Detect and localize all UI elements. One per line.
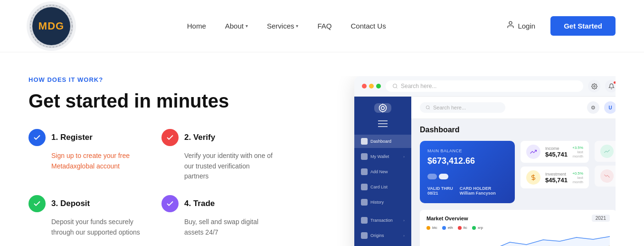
dash-header-icons: ⚙ U — [587, 101, 616, 114]
nav-about[interactable]: About ▾ — [218, 18, 256, 34]
notification-badge — [613, 81, 616, 84]
main-nav: Home About ▾ Services ▾ FAQ Contact Us — [180, 18, 394, 34]
services-chevron-icon: ▾ — [296, 23, 298, 29]
dashboard-mockup: Search here... — [294, 76, 616, 246]
step-verify-header: 2. Verify — [161, 129, 275, 146]
origins-icon — [361, 232, 368, 239]
step-verify-desc: Verify your identity with one of our tru… — [161, 151, 275, 182]
step-register-header: 1. Register — [28, 129, 142, 146]
dash-user-icon[interactable]: U — [604, 101, 616, 114]
get-started-button[interactable]: Get Started — [550, 16, 616, 36]
sidebar-item-cardlist[interactable]: Card List — [354, 180, 411, 194]
step-register: 1. Register Sign up to create your free … — [28, 129, 142, 182]
dash-search-bar[interactable]: Search here... — [420, 102, 505, 113]
step-trade-desc: Buy, sell and swap digital assets 24/7 — [161, 217, 275, 237]
step-deposit-header: 3. Deposit — [28, 195, 142, 212]
browser-topbar: Search here... — [354, 76, 616, 97]
history-icon — [361, 199, 368, 206]
sidebar-item-addnew[interactable]: Add New — [354, 165, 411, 178]
step-trade-header: 4. Trade — [161, 195, 275, 212]
nav-faq[interactable]: FAQ — [310, 18, 339, 34]
sidebar-logo — [374, 103, 391, 113]
svg-point-1 — [509, 21, 512, 24]
sidebar-item-history[interactable]: History — [354, 196, 411, 209]
step-deposit: 3. Deposit Deposit your funds securely t… — [28, 195, 142, 237]
stat-extra-2: Exp $32 — [595, 166, 616, 187]
ltc-dot — [458, 226, 462, 230]
market-title: Market Overview — [426, 216, 468, 221]
sidebar-logo-icon — [378, 103, 388, 113]
logo-area: MDG — [28, 3, 74, 49]
sidebar-item-origins[interactable]: Origins › — [354, 229, 411, 242]
logo-text: MDG — [38, 20, 64, 32]
market-legend: btc eth ltc — [426, 226, 610, 230]
balance-card: Main Balance $673,412.66 VALID THRU — [420, 141, 515, 203]
step-verify-icon — [161, 129, 179, 146]
sidebar-item-transaction[interactable]: Transaction › — [354, 214, 411, 227]
investment-label: Investment — [545, 172, 568, 177]
extra-stat-cards: Exp $32 — [595, 141, 616, 203]
svg-line-3 — [396, 87, 397, 88]
dash-settings-icon[interactable]: ⚙ — [587, 101, 599, 114]
extra-icon-1 — [600, 145, 614, 158]
browser-dots — [362, 84, 381, 89]
header: MDG Home About ▾ Services ▾ FAQ Contact … — [0, 0, 644, 52]
wallet-icon — [361, 153, 368, 160]
balance-label: Main Balance — [427, 148, 507, 153]
settings-icon-btn[interactable] — [588, 80, 600, 92]
addnew-icon — [361, 168, 368, 175]
step-deposit-icon — [28, 195, 46, 212]
svg-point-5 — [381, 107, 385, 110]
how-label: HOW DOES IT WORK? — [28, 76, 275, 83]
nav-services[interactable]: Services ▾ — [259, 18, 306, 34]
hamburger-menu-icon[interactable] — [378, 120, 388, 129]
nav-home[interactable]: Home — [180, 18, 214, 34]
income-sub: last month — [572, 150, 583, 158]
browser-search-icon — [392, 83, 398, 89]
legend-xrp: xrp — [472, 226, 483, 230]
income-icon — [526, 145, 540, 159]
sidebar-item-wallet[interactable]: My Wallet › — [354, 150, 411, 163]
svg-point-4 — [593, 85, 595, 87]
extra-icon-2 — [600, 169, 614, 183]
dash-header: Search here... ⚙ U — [411, 97, 616, 119]
login-button[interactable]: Login — [499, 17, 543, 35]
market-section: Market Overview 2021 btc eth — [420, 210, 616, 246]
wallet-chevron-icon: › — [403, 155, 405, 159]
sidebar-item-dashboard[interactable]: Dashboard — [354, 135, 411, 148]
browser-dot-red — [362, 84, 367, 89]
market-chart — [426, 233, 610, 246]
legend-eth: eth — [442, 226, 453, 230]
cardlist-icon — [361, 184, 368, 190]
legend-ltc: ltc — [458, 226, 467, 230]
search-icon — [426, 105, 430, 110]
investment-info: Investment $45,741 — [545, 172, 568, 184]
step-register-title: 1. Register — [51, 133, 93, 142]
app-sidebar: Dashboard My Wallet › Add New Card List — [354, 97, 411, 246]
investment-icon — [526, 170, 540, 185]
investment-change: +0.5% — [572, 171, 583, 176]
step-register-desc: Sign up to create your free Metadaxgloba… — [28, 151, 142, 171]
user-icon — [506, 20, 515, 31]
dashboard-icon — [361, 138, 368, 145]
origins-chevron-icon: › — [403, 234, 405, 238]
dash-content: Dashboard Main Balance $673,412.66 — [411, 119, 616, 246]
transaction-chevron-icon: › — [403, 218, 405, 223]
step-deposit-title: 3. Deposit — [51, 199, 90, 208]
browser-search-bar: Search here... — [386, 80, 583, 92]
stat-extra-1: Exp $32 — [595, 141, 616, 162]
market-header: Market Overview 2021 — [426, 215, 610, 222]
valid-thru: VALID THRU 08/21 — [427, 186, 453, 196]
legend-btc: btc — [426, 226, 437, 230]
dashboard-title: Dashboard — [420, 126, 616, 134]
income-info: Income $45,741 — [545, 146, 568, 158]
search-placeholder: Search here... — [433, 105, 466, 110]
notification-icon-btn[interactable] — [605, 80, 616, 92]
nav-contact[interactable]: Contact Us — [343, 18, 394, 34]
left-content: HOW DOES IT WORK? Get started in minutes… — [28, 76, 275, 237]
investment-value: $45,741 — [545, 177, 568, 184]
step-deposit-desc: Deposit your funds securely through our … — [28, 217, 142, 237]
svg-point-12 — [426, 106, 429, 109]
sidebar-item-exchange[interactable]: Exchange — [354, 244, 411, 246]
income-value: $45,741 — [545, 151, 568, 158]
